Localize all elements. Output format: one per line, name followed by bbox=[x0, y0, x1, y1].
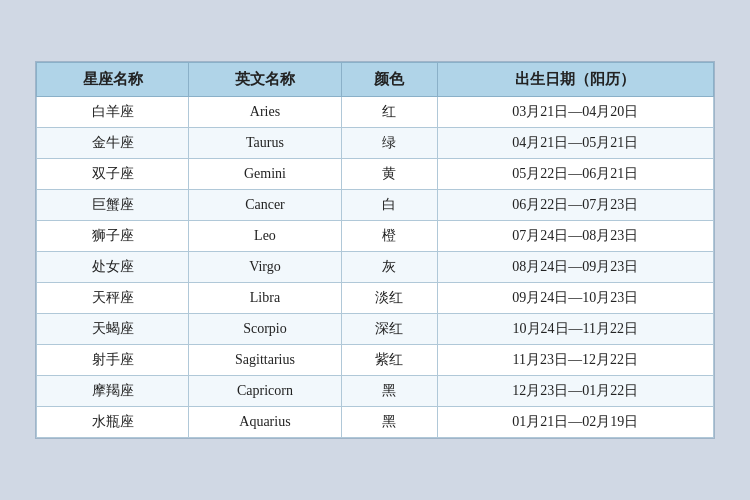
cell-chinese-name: 双子座 bbox=[37, 159, 189, 190]
table-row: 天秤座Libra淡红09月24日—10月23日 bbox=[37, 283, 714, 314]
cell-english-name: Gemini bbox=[189, 159, 341, 190]
cell-english-name: Scorpio bbox=[189, 314, 341, 345]
table-row: 处女座Virgo灰08月24日—09月23日 bbox=[37, 252, 714, 283]
cell-english-name: Cancer bbox=[189, 190, 341, 221]
cell-chinese-name: 金牛座 bbox=[37, 128, 189, 159]
cell-color: 深红 bbox=[341, 314, 437, 345]
cell-chinese-name: 天蝎座 bbox=[37, 314, 189, 345]
cell-color: 灰 bbox=[341, 252, 437, 283]
cell-color: 黑 bbox=[341, 407, 437, 438]
header-dates: 出生日期（阳历） bbox=[437, 63, 713, 97]
cell-dates: 05月22日—06月21日 bbox=[437, 159, 713, 190]
cell-dates: 08月24日—09月23日 bbox=[437, 252, 713, 283]
cell-dates: 07月24日—08月23日 bbox=[437, 221, 713, 252]
cell-dates: 10月24日—11月22日 bbox=[437, 314, 713, 345]
table-row: 白羊座Aries红03月21日—04月20日 bbox=[37, 97, 714, 128]
table-row: 天蝎座Scorpio深红10月24日—11月22日 bbox=[37, 314, 714, 345]
cell-english-name: Taurus bbox=[189, 128, 341, 159]
cell-dates: 03月21日—04月20日 bbox=[437, 97, 713, 128]
zodiac-table: 星座名称 英文名称 颜色 出生日期（阳历） 白羊座Aries红03月21日—04… bbox=[36, 62, 714, 438]
cell-dates: 04月21日—05月21日 bbox=[437, 128, 713, 159]
cell-color: 紫红 bbox=[341, 345, 437, 376]
cell-chinese-name: 巨蟹座 bbox=[37, 190, 189, 221]
cell-dates: 11月23日—12月22日 bbox=[437, 345, 713, 376]
cell-english-name: Libra bbox=[189, 283, 341, 314]
cell-dates: 12月23日—01月22日 bbox=[437, 376, 713, 407]
table-row: 巨蟹座Cancer白06月22日—07月23日 bbox=[37, 190, 714, 221]
cell-color: 橙 bbox=[341, 221, 437, 252]
table-row: 射手座Sagittarius紫红11月23日—12月22日 bbox=[37, 345, 714, 376]
cell-chinese-name: 射手座 bbox=[37, 345, 189, 376]
cell-color: 黑 bbox=[341, 376, 437, 407]
header-english-name: 英文名称 bbox=[189, 63, 341, 97]
cell-dates: 09月24日—10月23日 bbox=[437, 283, 713, 314]
cell-chinese-name: 白羊座 bbox=[37, 97, 189, 128]
cell-dates: 06月22日—07月23日 bbox=[437, 190, 713, 221]
zodiac-table-container: 星座名称 英文名称 颜色 出生日期（阳历） 白羊座Aries红03月21日—04… bbox=[35, 61, 715, 439]
cell-english-name: Aries bbox=[189, 97, 341, 128]
cell-color: 黄 bbox=[341, 159, 437, 190]
table-row: 金牛座Taurus绿04月21日—05月21日 bbox=[37, 128, 714, 159]
cell-chinese-name: 狮子座 bbox=[37, 221, 189, 252]
header-chinese-name: 星座名称 bbox=[37, 63, 189, 97]
table-row: 水瓶座Aquarius黑01月21日—02月19日 bbox=[37, 407, 714, 438]
cell-chinese-name: 处女座 bbox=[37, 252, 189, 283]
table-header-row: 星座名称 英文名称 颜色 出生日期（阳历） bbox=[37, 63, 714, 97]
table-row: 狮子座Leo橙07月24日—08月23日 bbox=[37, 221, 714, 252]
table-row: 双子座Gemini黄05月22日—06月21日 bbox=[37, 159, 714, 190]
cell-english-name: Capricorn bbox=[189, 376, 341, 407]
cell-english-name: Leo bbox=[189, 221, 341, 252]
cell-color: 白 bbox=[341, 190, 437, 221]
cell-dates: 01月21日—02月19日 bbox=[437, 407, 713, 438]
cell-color: 绿 bbox=[341, 128, 437, 159]
cell-color: 红 bbox=[341, 97, 437, 128]
cell-chinese-name: 摩羯座 bbox=[37, 376, 189, 407]
table-body: 白羊座Aries红03月21日—04月20日金牛座Taurus绿04月21日—0… bbox=[37, 97, 714, 438]
cell-chinese-name: 天秤座 bbox=[37, 283, 189, 314]
header-color: 颜色 bbox=[341, 63, 437, 97]
table-row: 摩羯座Capricorn黑12月23日—01月22日 bbox=[37, 376, 714, 407]
cell-english-name: Virgo bbox=[189, 252, 341, 283]
cell-english-name: Aquarius bbox=[189, 407, 341, 438]
cell-chinese-name: 水瓶座 bbox=[37, 407, 189, 438]
cell-color: 淡红 bbox=[341, 283, 437, 314]
cell-english-name: Sagittarius bbox=[189, 345, 341, 376]
